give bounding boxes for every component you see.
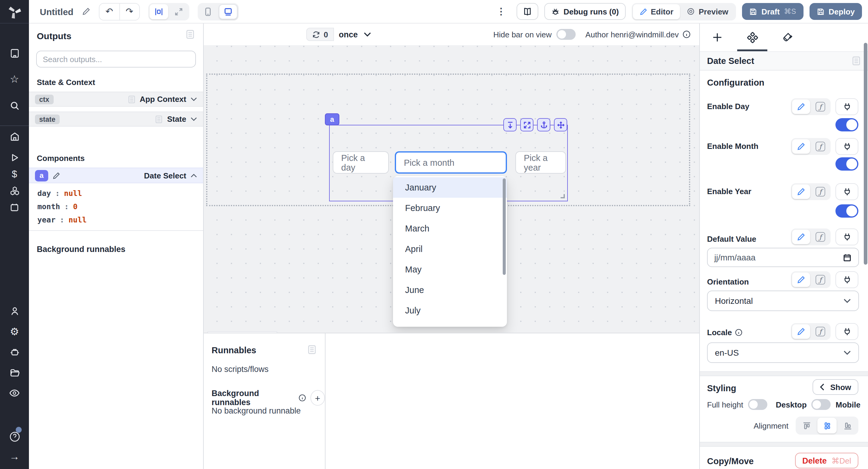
runs-icon[interactable] — [0, 150, 29, 165]
output-year[interactable]: year:null — [37, 215, 203, 224]
align-center-button[interactable] — [817, 418, 837, 433]
runnables-doc-icon[interactable] — [307, 345, 316, 354]
tab-component-settings[interactable] — [735, 24, 770, 51]
state-row[interactable]: state State — [29, 112, 203, 127]
resize-handle[interactable] — [561, 194, 565, 198]
connect-input-button[interactable] — [835, 98, 858, 115]
undo-button[interactable]: ↶ — [99, 3, 119, 20]
rename-component-icon[interactable] — [53, 171, 60, 179]
output-month[interactable]: month:0 — [37, 202, 203, 211]
month-option[interactable]: April — [393, 239, 507, 259]
ctx-row[interactable]: ctx App Context — [29, 92, 203, 107]
docs-button[interactable] — [517, 3, 538, 20]
centered-layout-button[interactable] — [150, 4, 168, 19]
static-mode-button[interactable] — [792, 324, 810, 339]
draft-button[interactable]: Draft ⌘S — [742, 3, 804, 20]
static-mode-button[interactable] — [792, 230, 810, 244]
favorites-icon[interactable]: ☆ — [0, 71, 29, 87]
resources-icon[interactable] — [0, 183, 29, 198]
refresh-button[interactable]: 0 — [306, 28, 334, 41]
javascript-mode-button[interactable]: ƒ — [811, 273, 830, 287]
enable-day-toggle[interactable] — [835, 118, 858, 131]
expand-down-icon[interactable] — [503, 118, 517, 131]
orientation-select[interactable]: Horizontal — [707, 290, 859, 311]
javascript-mode-button[interactable]: ƒ — [811, 184, 830, 199]
deploy-button[interactable]: Deploy — [809, 3, 862, 20]
enable-month-toggle[interactable] — [835, 157, 858, 170]
year-input[interactable]: Pick a year — [516, 151, 566, 174]
windmill-logo[interactable] — [6, 4, 23, 21]
day-input[interactable]: Pick a day — [333, 151, 389, 174]
help-icon[interactable] — [0, 429, 29, 444]
desktop-view-button[interactable] — [219, 4, 238, 19]
info-icon[interactable] — [298, 394, 306, 402]
user-icon[interactable] — [0, 303, 29, 319]
month-option[interactable]: June — [393, 280, 507, 300]
locale-select[interactable]: en-US — [707, 342, 859, 363]
component-row-a[interactable]: a Date Select — [29, 167, 203, 183]
align-top-button[interactable] — [797, 418, 816, 433]
fullscreen-layout-button[interactable] — [169, 4, 188, 19]
static-mode-button[interactable] — [792, 273, 810, 287]
redo-button[interactable]: ↷ — [119, 3, 139, 20]
add-background-runnable-button[interactable]: + — [310, 390, 325, 406]
dropdown-scrollbar[interactable] — [503, 179, 506, 275]
static-mode-button[interactable] — [792, 139, 810, 154]
tab-global-styling[interactable] — [770, 24, 805, 51]
month-option[interactable]: March — [393, 218, 507, 239]
tab-preview[interactable]: Preview — [680, 4, 735, 19]
static-mode-button[interactable] — [792, 99, 810, 114]
search-outputs-input[interactable] — [36, 51, 196, 67]
javascript-mode-button[interactable]: ƒ — [811, 99, 830, 114]
javascript-mode-button[interactable]: ƒ — [811, 324, 830, 339]
hide-bar-toggle[interactable] — [556, 29, 576, 40]
desktop-toggle[interactable] — [812, 399, 831, 410]
expand-icon[interactable] — [520, 118, 533, 131]
more-options-menu[interactable]: ⋮ — [492, 6, 510, 17]
info-icon[interactable] — [735, 329, 743, 336]
javascript-mode-button[interactable]: ƒ — [811, 139, 830, 154]
static-mode-button[interactable] — [792, 184, 810, 199]
connect-input-button[interactable] — [835, 271, 858, 288]
tab-editor[interactable]: Editor — [632, 4, 680, 19]
tab-insert-component[interactable] — [700, 24, 735, 51]
default-value-date-input[interactable]: jj/mm/aaaa — [707, 248, 859, 267]
connect-input-button[interactable] — [835, 323, 858, 340]
app-canvas[interactable]: a Pick a day — [204, 45, 699, 333]
month-option[interactable]: February — [393, 198, 507, 218]
calendar-icon[interactable] — [843, 253, 852, 262]
month-input[interactable]: Pick a month — [395, 151, 507, 174]
output-day[interactable]: day:null — [37, 189, 203, 198]
debug-runs-button[interactable]: Debug runs (0) — [544, 3, 625, 20]
workspace-icon[interactable] — [0, 45, 29, 61]
folders-icon[interactable] — [0, 365, 29, 380]
run-mode-select[interactable]: once — [339, 28, 371, 41]
edit-title-icon[interactable] — [82, 7, 90, 16]
anchor-icon[interactable] — [537, 118, 550, 131]
full-height-toggle[interactable] — [748, 399, 767, 410]
audit-logs-icon[interactable] — [0, 385, 29, 401]
connect-input-button[interactable] — [835, 138, 858, 155]
javascript-mode-button[interactable]: ƒ — [811, 230, 830, 244]
settings-icon[interactable]: ⚙ — [0, 324, 29, 339]
info-icon[interactable] — [682, 30, 691, 39]
connect-input-button[interactable] — [835, 183, 858, 200]
enable-year-toggle[interactable] — [835, 205, 858, 218]
collapse-sidebar-icon[interactable]: → — [0, 448, 29, 464]
month-option[interactable]: July — [393, 300, 507, 321]
home-icon[interactable] — [0, 128, 29, 144]
month-option[interactable]: August — [393, 321, 507, 327]
mobile-view-button[interactable] — [199, 4, 218, 19]
workers-icon[interactable] — [0, 344, 29, 360]
month-option[interactable]: January — [393, 177, 507, 198]
delete-component-button[interactable]: Delete ⌘Del — [795, 453, 858, 468]
schedules-icon[interactable] — [0, 199, 29, 215]
align-bottom-button[interactable] — [838, 418, 857, 433]
search-icon[interactable] — [0, 98, 29, 113]
show-styling-button[interactable]: Show — [813, 379, 858, 395]
connect-input-button[interactable] — [835, 228, 858, 245]
selected-component-badge[interactable]: a — [325, 113, 339, 125]
component-doc-icon[interactable] — [852, 56, 861, 66]
settings-scrollbar[interactable] — [864, 43, 867, 264]
month-option[interactable]: May — [393, 259, 507, 280]
